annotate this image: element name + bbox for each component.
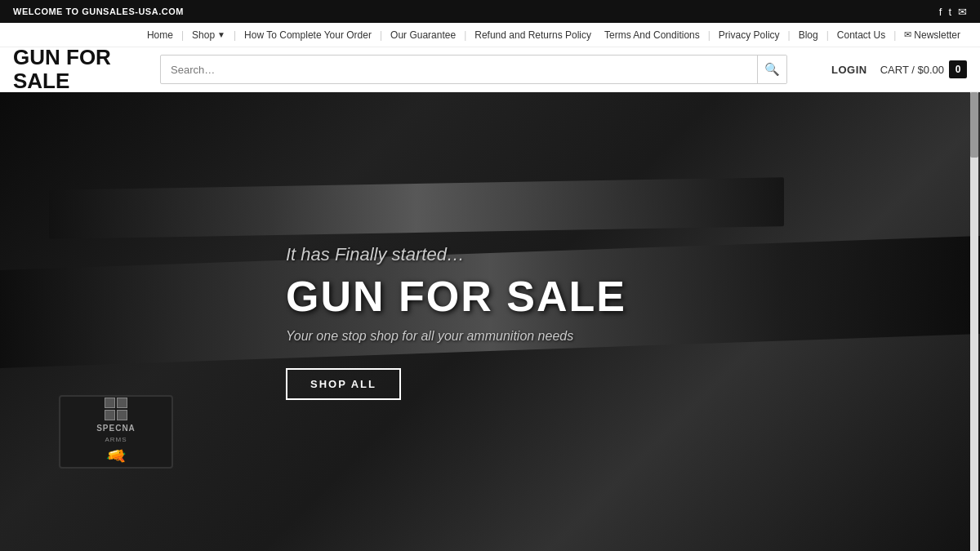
social-icons: f t ✉ — [939, 6, 967, 18]
search-icon: 🔍 — [764, 62, 780, 77]
cart-button[interactable]: CART / $0.00 0 — [880, 60, 967, 78]
shop-all-button[interactable]: SHOP ALL — [286, 368, 401, 400]
site-header: GUN FOR SALE 🔍 LOGIN CART / $0.00 0 — [0, 47, 980, 92]
cart-count-badge: 0 — [949, 60, 967, 78]
scrollbar[interactable] — [970, 92, 978, 551]
email-icon[interactable]: ✉ — [958, 6, 967, 18]
nav-terms[interactable]: Terms And Conditions — [604, 29, 700, 41]
search-button[interactable]: 🔍 — [757, 55, 786, 84]
login-button[interactable]: LOGIN — [831, 64, 867, 76]
search-bar: 🔍 — [160, 55, 787, 84]
hero-subtitle: Your one stop shop for all your ammuniti… — [286, 329, 573, 344]
nav-how-to[interactable]: How To Complete Your Order — [244, 29, 372, 41]
cart-label: CART / $0.00 — [880, 64, 944, 76]
scroll-thumb — [970, 92, 978, 158]
search-input[interactable] — [161, 64, 757, 76]
twitter-icon[interactable]: t — [948, 6, 951, 18]
nav-guarantee[interactable]: Our Guarantee — [390, 29, 456, 41]
nav-newsletter[interactable]: ✉ Newsletter — [904, 29, 960, 41]
hero-title: GUN FOR SALE — [286, 275, 626, 318]
hero-tagline: It has Finally started… — [286, 244, 465, 265]
nav-privacy[interactable]: Privacy Policy — [719, 29, 780, 41]
main-navigation: Home | Shop ▼ | How To Complete Your Ord… — [0, 23, 980, 47]
welcome-text: WELCOME TO GUNSALES-USA.COM — [13, 7, 184, 16]
nav-shop[interactable]: Shop ▼ — [192, 29, 225, 41]
top-bar: WELCOME TO GUNSALES-USA.COM f t ✉ — [0, 0, 980, 23]
hero-section: SPECNA ARMS 🔫 It has Finally started… GU… — [0, 92, 980, 551]
hero-content: It has Finally started… GUN FOR SALE You… — [0, 92, 980, 551]
nav-refund[interactable]: Refund and Returns Policy — [474, 29, 591, 41]
envelope-icon: ✉ — [904, 29, 911, 40]
header-actions: LOGIN CART / $0.00 0 — [804, 60, 967, 78]
nav-blog[interactable]: Blog — [799, 29, 818, 41]
nav-contact[interactable]: Contact Us — [837, 29, 885, 41]
facebook-icon[interactable]: f — [939, 6, 942, 18]
nav-home[interactable]: Home — [147, 29, 173, 41]
chevron-down-icon: ▼ — [217, 30, 225, 39]
site-logo: GUN FOR SALE — [13, 46, 144, 92]
